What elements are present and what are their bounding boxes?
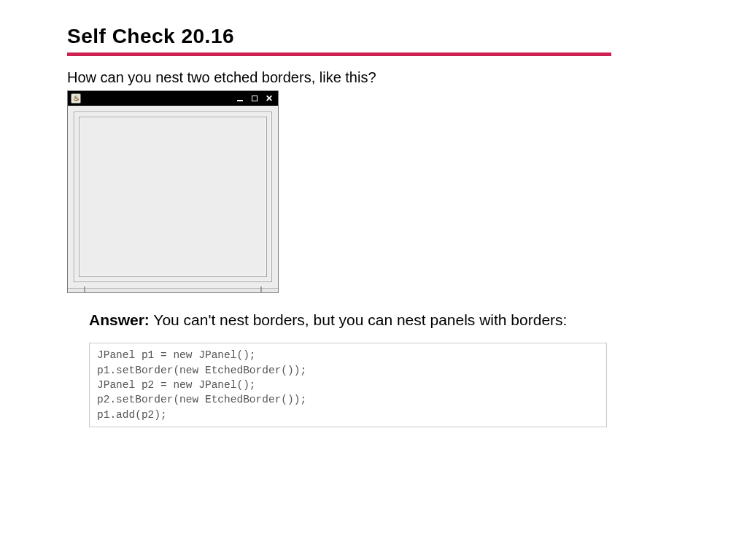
maximize-icon[interactable]	[249, 93, 260, 104]
inner-etched-panel	[79, 117, 267, 277]
question-text: How can you nest two etched borders, lik…	[67, 69, 680, 86]
answer-paragraph: Answer: You can't nest borders, but you …	[89, 309, 600, 331]
code-snippet: JPanel p1 = new JPanel(); p1.setBorder(n…	[89, 343, 607, 427]
java-icon: ♨	[71, 93, 81, 104]
close-icon[interactable]: ✕	[263, 93, 275, 104]
minimize-icon[interactable]	[234, 93, 246, 104]
example-window: ♨ ✕	[67, 90, 279, 293]
title-rule	[67, 52, 611, 56]
titlebar: ♨ ✕	[68, 91, 278, 106]
window-client-area	[68, 106, 278, 288]
window-footer	[68, 288, 278, 292]
page-title: Self Check 20.16	[67, 25, 680, 48]
slide-page: Self Check 20.16 How can you nest two et…	[0, 0, 747, 427]
answer-label: Answer:	[89, 311, 150, 328]
answer-text: You can't nest borders, but you can nest…	[150, 311, 568, 328]
outer-etched-panel	[74, 112, 272, 282]
